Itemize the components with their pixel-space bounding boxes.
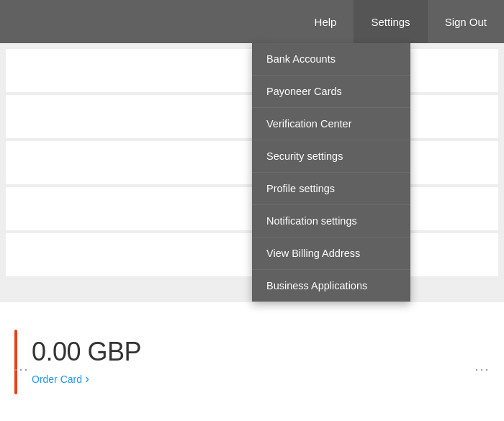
menu-item-payoneer-cards[interactable]: Payoneer Cards — [252, 76, 410, 108]
menu-item-view-billing-address[interactable]: View Billing Address — [252, 237, 410, 270]
nav-help[interactable]: Help — [297, 0, 354, 43]
card-accent-border — [14, 330, 17, 394]
dots-menu-right[interactable]: ⋮ — [475, 363, 490, 378]
settings-dropdown: Bank Accounts Payoneer Cards Verificatio… — [252, 43, 410, 302]
menu-item-bank-accounts[interactable]: Bank Accounts — [252, 43, 410, 76]
card-info: 0.00 GBP Order Card › — [32, 337, 141, 386]
top-nav: Help Settings Sign Out — [0, 0, 504, 43]
card-section: 0.00 GBP Order Card › ⋮ ⋮ — [0, 302, 504, 421]
menu-item-notification-settings[interactable]: Notification settings — [252, 205, 410, 237]
menu-item-profile-settings[interactable]: Profile settings — [252, 173, 410, 205]
menu-item-verification-center[interactable]: Verification Center — [252, 108, 410, 140]
order-card-link[interactable]: Order Card › — [32, 371, 141, 386]
chevron-right-icon: › — [85, 371, 89, 386]
menu-item-business-applications[interactable]: Business Applications — [252, 270, 410, 302]
dots-menu-left[interactable]: ⋮ — [14, 363, 29, 378]
menu-item-security-settings[interactable]: Security settings — [252, 140, 410, 173]
nav-signout[interactable]: Sign Out — [428, 0, 504, 43]
nav-settings[interactable]: Settings — [354, 0, 427, 43]
card-amount: 0.00 GBP — [32, 337, 141, 367]
